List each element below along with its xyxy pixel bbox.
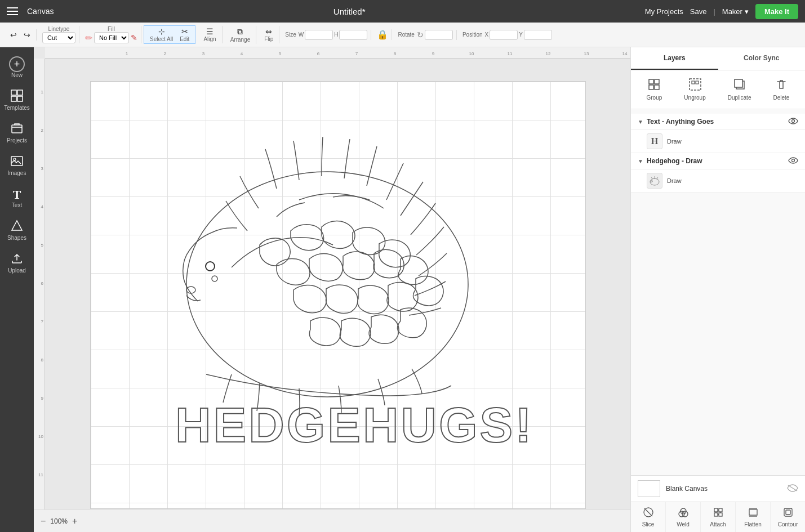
- svg-rect-13: [649, 79, 653, 84]
- align-button[interactable]: ☰ Align: [201, 26, 218, 43]
- linetype-group: Linetype Cut Draw Score: [39, 26, 79, 43]
- document-title: Untitled*: [63, 7, 635, 16]
- sidebar-item-projects[interactable]: Projects: [2, 118, 32, 148]
- svg-point-23: [792, 159, 795, 162]
- left-sidebar: + New Templates Proje: [0, 47, 34, 532]
- blank-canvas-label: Blank Canvas: [666, 485, 781, 493]
- canvas-paper: HEDGEHUGS!: [90, 81, 586, 509]
- chevron-down-icon-2: ▼: [638, 158, 643, 164]
- edit-button[interactable]: ✂ Edit: [177, 26, 192, 43]
- attach-button[interactable]: Attach: [701, 502, 736, 532]
- ruler-vertical: 1 2 3 4 5 6 7 8 9 10 11: [34, 59, 45, 509]
- svg-rect-15: [649, 85, 653, 90]
- main-layout: + New Templates Proje: [0, 47, 805, 532]
- right-panel: Layers Color Sync Group: [630, 47, 805, 532]
- svg-point-22: [792, 120, 795, 123]
- layer-group-hedgehog: ▼ Hedgehog - Draw: [631, 153, 805, 193]
- layer-group-hedgehog-header[interactable]: ▼ Hedgehog - Draw: [631, 153, 805, 169]
- app-name: Canvas: [27, 7, 54, 16]
- lock-icon[interactable]: 🔒: [377, 29, 388, 40]
- width-input[interactable]: [305, 30, 333, 40]
- sidebar-item-upload[interactable]: Upload: [2, 248, 32, 278]
- svg-rect-3: [17, 96, 23, 101]
- svg-rect-40: [749, 509, 757, 515]
- redo-button[interactable]: ↪: [21, 29, 33, 41]
- position-group: Position X Y: [459, 30, 555, 40]
- group-button[interactable]: Group: [642, 76, 667, 103]
- ungroup-button[interactable]: Ungroup: [679, 76, 710, 103]
- slice-button[interactable]: Slice: [631, 502, 666, 532]
- topbar-right: My Projects Save | Maker ▾ Make It: [645, 4, 798, 19]
- rotate-input[interactable]: [425, 30, 453, 40]
- zoom-in-button[interactable]: +: [72, 516, 77, 526]
- svg-point-11: [206, 262, 215, 271]
- fill-select[interactable]: No Fill Fill: [94, 32, 129, 43]
- maker-dropdown[interactable]: Maker ▾: [722, 7, 749, 16]
- bottom-actions: Slice Weld: [631, 502, 805, 532]
- make-it-button[interactable]: Make It: [755, 4, 798, 19]
- blank-canvas-thumbnail: [638, 480, 660, 497]
- hedgehog-drawing: HEDGEHUGS!: [119, 87, 547, 470]
- chevron-down-icon: ▼: [638, 119, 643, 125]
- size-group: Size W H: [282, 30, 371, 40]
- undo-button[interactable]: ↩: [8, 29, 19, 41]
- select-all-group: ⊹ Select All ✂ Edit: [144, 25, 195, 44]
- hamburger-menu[interactable]: [7, 7, 18, 15]
- canvas-content: HEDGEHUGS!: [45, 59, 630, 509]
- flip-button[interactable]: ⇔ Flip: [262, 26, 275, 43]
- position-x-input[interactable]: [490, 30, 518, 40]
- topbar: Canvas Untitled* My Projects Save | Make…: [0, 0, 805, 23]
- svg-point-10: [186, 287, 195, 293]
- layer-group-text: ▼ Text - Anything Goes H Draw: [631, 114, 805, 153]
- layer-visibility-text[interactable]: [788, 117, 798, 126]
- svg-rect-17: [690, 79, 701, 90]
- arrange-button[interactable]: ⧉ Arrange: [228, 26, 253, 44]
- sidebar-item-text[interactable]: T Text: [2, 183, 32, 213]
- tab-layers[interactable]: Layers: [631, 47, 718, 70]
- layer-group-text-header[interactable]: ▼ Text - Anything Goes: [631, 114, 805, 130]
- svg-rect-32: [714, 508, 718, 512]
- svg-rect-16: [655, 85, 659, 90]
- canvas-area[interactable]: 1 2 3 4 5 6 7 8 9 10 11 12 13 14 15 1 2 …: [34, 47, 630, 532]
- position-y-input[interactable]: [524, 30, 552, 40]
- blank-canvas-bar: Blank Canvas: [631, 475, 805, 502]
- svg-rect-35: [719, 513, 722, 516]
- zoom-bar: − 100% +: [34, 509, 630, 532]
- tab-color-sync[interactable]: Color Sync: [718, 47, 806, 70]
- svg-rect-43: [784, 508, 792, 516]
- layer-thumb-hedgehog: [647, 173, 662, 189]
- layer-item-text-draw[interactable]: H Draw: [631, 130, 805, 153]
- sidebar-item-images[interactable]: Images: [2, 150, 32, 181]
- blank-canvas-visibility-button[interactable]: [787, 484, 798, 494]
- my-projects-link[interactable]: My Projects: [645, 7, 683, 16]
- save-button[interactable]: Save: [690, 7, 707, 16]
- weld-button[interactable]: Weld: [666, 502, 701, 532]
- svg-rect-33: [719, 508, 722, 512]
- delete-button[interactable]: Delete: [769, 76, 794, 103]
- contour-button[interactable]: Contour: [771, 502, 805, 532]
- svg-text:HEDGEHUGS!: HEDGEHUGS!: [175, 397, 534, 453]
- svg-rect-1: [17, 90, 23, 95]
- svg-rect-2: [11, 96, 16, 101]
- zoom-out-button[interactable]: −: [41, 516, 46, 526]
- sidebar-item-templates[interactable]: Templates: [2, 85, 32, 115]
- layer-item-hedgehog-draw[interactable]: Draw: [631, 169, 805, 193]
- sidebar-item-shapes[interactable]: Shapes: [2, 215, 32, 245]
- duplicate-button[interactable]: Duplicate: [723, 76, 756, 103]
- svg-rect-19: [696, 81, 699, 84]
- svg-line-28: [644, 508, 652, 516]
- fill-group: Fill ✏ No Fill Fill ✎: [82, 26, 141, 43]
- svg-rect-4: [12, 125, 22, 133]
- select-all-button[interactable]: ⊹ Select All: [148, 26, 175, 43]
- flatten-button[interactable]: Flatten: [736, 502, 771, 532]
- svg-point-9: [212, 276, 217, 281]
- fill-color-swatch[interactable]: ✏: [85, 33, 92, 43]
- height-input[interactable]: [339, 30, 367, 40]
- layer-visibility-hedgehog[interactable]: [788, 157, 798, 166]
- zoom-level: 100%: [50, 517, 68, 525]
- sidebar-item-new[interactable]: + New: [2, 52, 32, 83]
- align-group: ☰ Align: [198, 26, 222, 43]
- svg-rect-0: [11, 90, 16, 95]
- toolbar: ↩ ↪ Linetype Cut Draw Score Fill ✏ No Fi…: [0, 23, 805, 47]
- linetype-select[interactable]: Cut Draw Score: [42, 32, 75, 43]
